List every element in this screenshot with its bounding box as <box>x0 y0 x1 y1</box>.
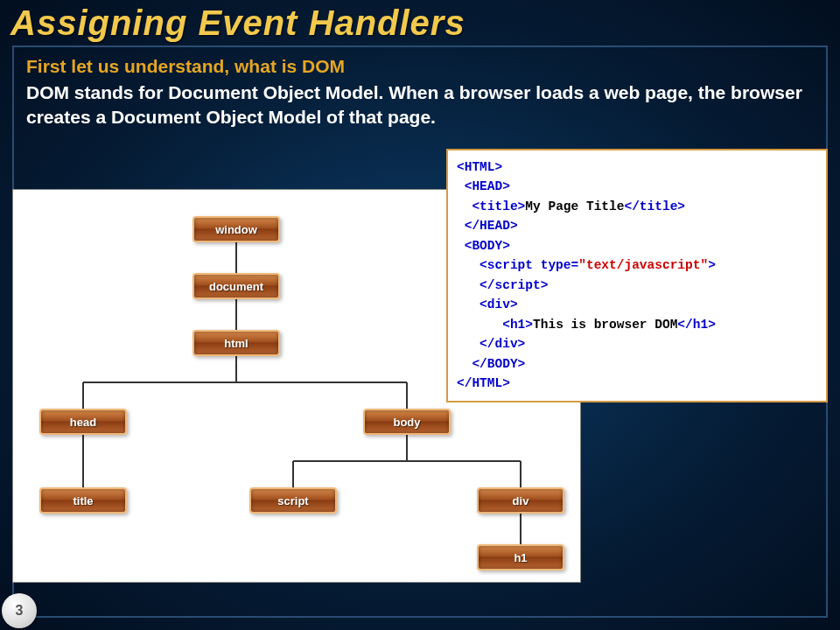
node-label: h1 <box>514 551 527 564</box>
code-token: </title> <box>624 200 685 214</box>
intro-text: DOM stands for Document Object Model. Wh… <box>26 80 814 130</box>
node-label: document <box>209 280 263 293</box>
code-token: <BODY> <box>465 239 510 253</box>
page-number: 3 <box>16 603 24 619</box>
code-token: <script type= <box>480 258 578 272</box>
node-label: html <box>224 337 248 350</box>
node-label: title <box>73 494 93 508</box>
code-text: My Page Title <box>525 200 624 214</box>
code-token: </script> <box>480 278 548 292</box>
code-token: <HEAD> <box>465 179 510 193</box>
page-number-badge: 3 <box>2 593 37 628</box>
code-token: > <box>708 258 716 272</box>
code-token: </div> <box>480 337 525 351</box>
node-label: script <box>277 494 308 508</box>
node-label: window <box>215 223 257 236</box>
code-token: </BODY> <box>472 357 525 371</box>
node-body: body <box>363 409 451 435</box>
node-head: head <box>39 409 127 435</box>
code-text: This is browser DOM <box>533 318 677 332</box>
intro-heading: First let us understand, what is DOM <box>26 56 814 77</box>
code-token: <div> <box>480 298 518 312</box>
code-token: "text/javascript" <box>578 258 708 272</box>
node-label: body <box>393 416 420 429</box>
node-h1: h1 <box>477 544 564 570</box>
code-token: </h1> <box>677 318 716 332</box>
code-token: </HTML> <box>457 376 510 390</box>
slide-title: Assigning Event Handlers <box>0 0 840 43</box>
code-token: <h1> <box>502 318 533 332</box>
node-script: script <box>249 487 337 514</box>
node-label: div <box>513 494 529 508</box>
node-title: title <box>39 487 127 514</box>
code-token: <HTML> <box>457 160 502 174</box>
node-window: window <box>192 216 280 242</box>
code-token: <title> <box>472 200 525 214</box>
node-div: div <box>477 487 564 514</box>
code-token: </HEAD> <box>465 219 518 233</box>
node-document: document <box>192 273 280 299</box>
node-html: html <box>192 330 280 356</box>
code-snippet: <HTML> <HEAD> <title>My Page Title</titl… <box>446 149 828 402</box>
node-label: head <box>70 416 96 429</box>
